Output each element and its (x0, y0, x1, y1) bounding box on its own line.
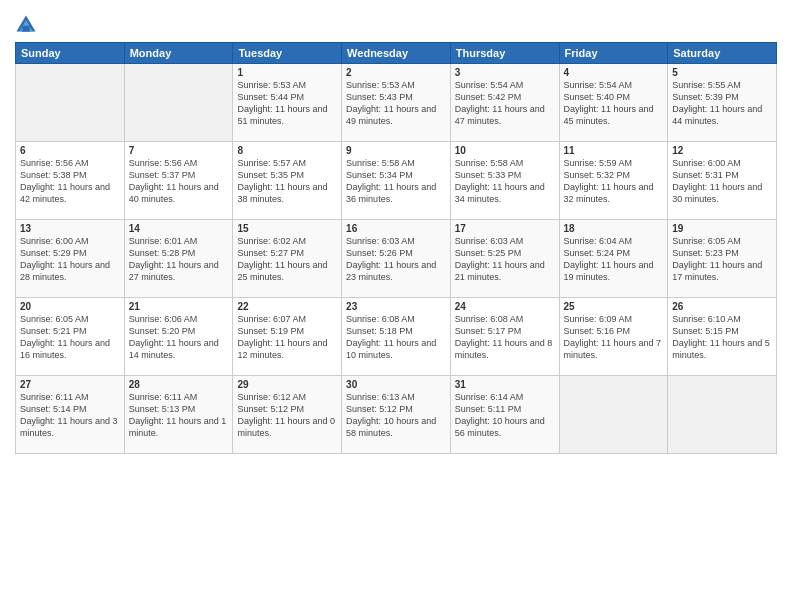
header (15, 10, 777, 36)
cell-content: Sunrise: 6:04 AM Sunset: 5:24 PM Dayligh… (564, 235, 664, 284)
calendar-table: SundayMondayTuesdayWednesdayThursdayFrid… (15, 42, 777, 454)
sunset-label: Sunset: 5:39 PM (672, 92, 739, 102)
day-number: 8 (237, 145, 337, 156)
sunset-label: Sunset: 5:26 PM (346, 248, 413, 258)
calendar-cell: 15 Sunrise: 6:02 AM Sunset: 5:27 PM Dayl… (233, 220, 342, 298)
calendar-cell (16, 64, 125, 142)
sunrise-label: Sunrise: 6:08 AM (455, 314, 524, 324)
week-row-1: 6 Sunrise: 5:56 AM Sunset: 5:38 PM Dayli… (16, 142, 777, 220)
sunrise-label: Sunrise: 5:58 AM (455, 158, 524, 168)
sunrise-label: Sunrise: 6:03 AM (455, 236, 524, 246)
cell-content: Sunrise: 5:53 AM Sunset: 5:43 PM Dayligh… (346, 79, 446, 128)
daylight-label: Daylight: 10 hours and 58 minutes. (346, 416, 436, 438)
day-number: 20 (20, 301, 120, 312)
calendar-cell: 5 Sunrise: 5:55 AM Sunset: 5:39 PM Dayli… (668, 64, 777, 142)
sunrise-label: Sunrise: 5:54 AM (455, 80, 524, 90)
day-number: 25 (564, 301, 664, 312)
cell-content: Sunrise: 5:58 AM Sunset: 5:34 PM Dayligh… (346, 157, 446, 206)
daylight-label: Daylight: 11 hours and 25 minutes. (237, 260, 327, 282)
calendar-cell: 29 Sunrise: 6:12 AM Sunset: 5:12 PM Dayl… (233, 376, 342, 454)
cell-content: Sunrise: 6:07 AM Sunset: 5:19 PM Dayligh… (237, 313, 337, 362)
calendar-cell: 9 Sunrise: 5:58 AM Sunset: 5:34 PM Dayli… (342, 142, 451, 220)
day-number: 17 (455, 223, 555, 234)
sunset-label: Sunset: 5:40 PM (564, 92, 631, 102)
sunrise-label: Sunrise: 5:54 AM (564, 80, 633, 90)
sunset-label: Sunset: 5:21 PM (20, 326, 87, 336)
sunset-label: Sunset: 5:37 PM (129, 170, 196, 180)
calendar-cell: 6 Sunrise: 5:56 AM Sunset: 5:38 PM Dayli… (16, 142, 125, 220)
daylight-label: Daylight: 11 hours and 7 minutes. (564, 338, 662, 360)
day-number: 3 (455, 67, 555, 78)
calendar-cell: 16 Sunrise: 6:03 AM Sunset: 5:26 PM Dayl… (342, 220, 451, 298)
sunset-label: Sunset: 5:13 PM (129, 404, 196, 414)
sunrise-label: Sunrise: 6:14 AM (455, 392, 524, 402)
sunrise-label: Sunrise: 6:02 AM (237, 236, 306, 246)
calendar-cell: 31 Sunrise: 6:14 AM Sunset: 5:11 PM Dayl… (450, 376, 559, 454)
svg-rect-2 (22, 26, 29, 32)
calendar-cell: 13 Sunrise: 6:00 AM Sunset: 5:29 PM Dayl… (16, 220, 125, 298)
cell-content: Sunrise: 6:01 AM Sunset: 5:28 PM Dayligh… (129, 235, 229, 284)
sunrise-label: Sunrise: 6:03 AM (346, 236, 415, 246)
sunrise-label: Sunrise: 6:10 AM (672, 314, 741, 324)
day-number: 2 (346, 67, 446, 78)
sunset-label: Sunset: 5:16 PM (564, 326, 631, 336)
calendar-cell: 24 Sunrise: 6:08 AM Sunset: 5:17 PM Dayl… (450, 298, 559, 376)
cell-content: Sunrise: 6:11 AM Sunset: 5:13 PM Dayligh… (129, 391, 229, 440)
sunset-label: Sunset: 5:24 PM (564, 248, 631, 258)
sunrise-label: Sunrise: 6:08 AM (346, 314, 415, 324)
daylight-label: Daylight: 11 hours and 8 minutes. (455, 338, 553, 360)
calendar-cell: 28 Sunrise: 6:11 AM Sunset: 5:13 PM Dayl… (124, 376, 233, 454)
week-row-0: 1 Sunrise: 5:53 AM Sunset: 5:44 PM Dayli… (16, 64, 777, 142)
header-cell-wednesday: Wednesday (342, 43, 451, 64)
header-row: SundayMondayTuesdayWednesdayThursdayFrid… (16, 43, 777, 64)
calendar-cell: 21 Sunrise: 6:06 AM Sunset: 5:20 PM Dayl… (124, 298, 233, 376)
calendar-cell: 14 Sunrise: 6:01 AM Sunset: 5:28 PM Dayl… (124, 220, 233, 298)
calendar-cell: 22 Sunrise: 6:07 AM Sunset: 5:19 PM Dayl… (233, 298, 342, 376)
cell-content: Sunrise: 6:12 AM Sunset: 5:12 PM Dayligh… (237, 391, 337, 440)
day-number: 23 (346, 301, 446, 312)
day-number: 21 (129, 301, 229, 312)
daylight-label: Daylight: 11 hours and 30 minutes. (672, 182, 762, 204)
calendar-header: SundayMondayTuesdayWednesdayThursdayFrid… (16, 43, 777, 64)
sunrise-label: Sunrise: 6:00 AM (20, 236, 89, 246)
cell-content: Sunrise: 6:00 AM Sunset: 5:29 PM Dayligh… (20, 235, 120, 284)
daylight-label: Daylight: 11 hours and 19 minutes. (564, 260, 654, 282)
day-number: 18 (564, 223, 664, 234)
cell-content: Sunrise: 5:57 AM Sunset: 5:35 PM Dayligh… (237, 157, 337, 206)
day-number: 13 (20, 223, 120, 234)
sunrise-label: Sunrise: 5:55 AM (672, 80, 741, 90)
logo (15, 14, 40, 36)
header-cell-friday: Friday (559, 43, 668, 64)
sunset-label: Sunset: 5:11 PM (455, 404, 522, 414)
cell-content: Sunrise: 5:53 AM Sunset: 5:44 PM Dayligh… (237, 79, 337, 128)
day-number: 5 (672, 67, 772, 78)
header-cell-monday: Monday (124, 43, 233, 64)
day-number: 30 (346, 379, 446, 390)
sunrise-label: Sunrise: 6:06 AM (129, 314, 198, 324)
daylight-label: Daylight: 11 hours and 16 minutes. (20, 338, 110, 360)
sunrise-label: Sunrise: 6:12 AM (237, 392, 306, 402)
sunset-label: Sunset: 5:15 PM (672, 326, 739, 336)
day-number: 14 (129, 223, 229, 234)
sunrise-label: Sunrise: 5:59 AM (564, 158, 633, 168)
day-number: 26 (672, 301, 772, 312)
calendar-cell: 8 Sunrise: 5:57 AM Sunset: 5:35 PM Dayli… (233, 142, 342, 220)
calendar-cell: 26 Sunrise: 6:10 AM Sunset: 5:15 PM Dayl… (668, 298, 777, 376)
sunset-label: Sunset: 5:18 PM (346, 326, 413, 336)
cell-content: Sunrise: 6:03 AM Sunset: 5:25 PM Dayligh… (455, 235, 555, 284)
cell-content: Sunrise: 5:56 AM Sunset: 5:37 PM Dayligh… (129, 157, 229, 206)
sunset-label: Sunset: 5:20 PM (129, 326, 196, 336)
sunrise-label: Sunrise: 5:56 AM (20, 158, 89, 168)
sunrise-label: Sunrise: 6:05 AM (20, 314, 89, 324)
day-number: 31 (455, 379, 555, 390)
week-row-3: 20 Sunrise: 6:05 AM Sunset: 5:21 PM Dayl… (16, 298, 777, 376)
day-number: 9 (346, 145, 446, 156)
cell-content: Sunrise: 6:05 AM Sunset: 5:21 PM Dayligh… (20, 313, 120, 362)
cell-content: Sunrise: 6:00 AM Sunset: 5:31 PM Dayligh… (672, 157, 772, 206)
calendar-cell: 20 Sunrise: 6:05 AM Sunset: 5:21 PM Dayl… (16, 298, 125, 376)
sunrise-label: Sunrise: 6:11 AM (129, 392, 198, 402)
daylight-label: Daylight: 10 hours and 56 minutes. (455, 416, 545, 438)
sunset-label: Sunset: 5:38 PM (20, 170, 87, 180)
daylight-label: Daylight: 11 hours and 12 minutes. (237, 338, 327, 360)
sunset-label: Sunset: 5:43 PM (346, 92, 413, 102)
